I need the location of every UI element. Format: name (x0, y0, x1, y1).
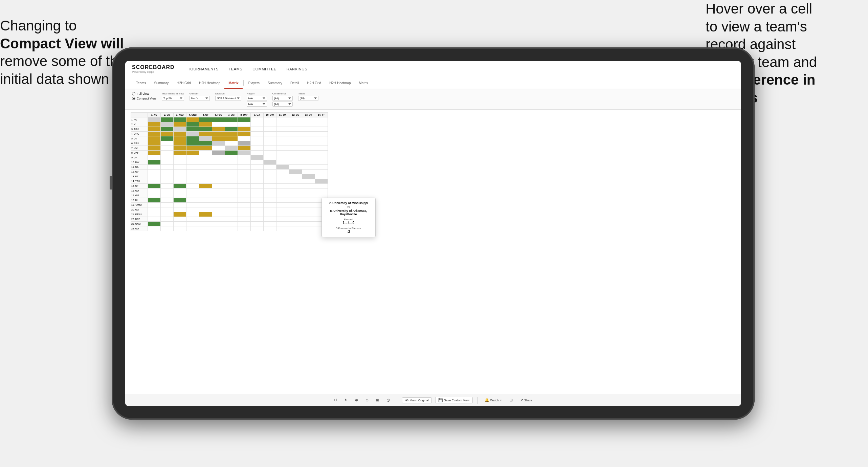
matrix-cell[interactable] (302, 203, 315, 207)
matrix-cell[interactable] (174, 127, 186, 132)
matrix-cell[interactable] (186, 160, 199, 165)
matrix-cell[interactable] (174, 146, 186, 151)
matrix-cell[interactable] (174, 155, 186, 160)
matrix-cell[interactable] (289, 146, 302, 151)
matrix-cell[interactable] (276, 132, 289, 136)
matrix-cell[interactable] (289, 170, 302, 174)
matrix-cell[interactable] (238, 155, 251, 160)
matrix-cell[interactable] (251, 217, 264, 222)
matrix-cell[interactable] (238, 122, 251, 127)
matrix-cell[interactable] (276, 141, 289, 146)
matrix-cell[interactable] (161, 188, 174, 193)
matrix-cell[interactable] (276, 207, 289, 212)
matrix-cell[interactable] (251, 198, 264, 203)
matrix-cell[interactable] (161, 160, 174, 165)
matrix-cell[interactable] (238, 212, 251, 217)
matrix-cell[interactable] (186, 136, 199, 141)
matrix-cell[interactable] (174, 117, 186, 122)
matrix-cell[interactable] (276, 217, 289, 222)
division-select[interactable]: NCAA Division I (215, 96, 241, 101)
matrix-cell[interactable] (276, 165, 289, 170)
matrix-cell[interactable] (251, 203, 264, 207)
matrix-cell[interactable] (212, 165, 225, 170)
matrix-cell[interactable] (199, 132, 212, 136)
matrix-cell[interactable] (225, 132, 238, 136)
matrix-cell[interactable] (186, 170, 199, 174)
matrix-cell[interactable] (238, 217, 251, 222)
matrix-cell[interactable] (251, 212, 264, 217)
matrix-cell[interactable] (251, 146, 264, 151)
share-btn[interactable]: ↗ Share (518, 397, 534, 403)
matrix-cell[interactable] (315, 193, 328, 198)
matrix-cell[interactable] (186, 203, 199, 207)
matrix-cell[interactable] (199, 184, 212, 188)
matrix-cell[interactable] (174, 174, 186, 179)
matrix-cell[interactable] (199, 226, 212, 231)
tab-detail[interactable]: Detail (286, 77, 303, 89)
matrix-cell[interactable] (161, 155, 174, 160)
matrix-cell[interactable] (251, 170, 264, 174)
matrix-cell[interactable] (174, 184, 186, 188)
matrix-cell[interactable] (174, 160, 186, 165)
matrix-cell[interactable] (289, 136, 302, 141)
grid-btn[interactable]: ⊞ (508, 397, 515, 403)
matrix-cell[interactable] (289, 217, 302, 222)
matrix-cell[interactable] (186, 127, 199, 132)
tool4-btn[interactable]: ⊖ (363, 397, 371, 403)
matrix-cell[interactable] (289, 222, 302, 226)
matrix-cell[interactable] (199, 160, 212, 165)
matrix-cell[interactable] (315, 127, 328, 132)
matrix-cell[interactable] (174, 170, 186, 174)
matrix-cell[interactable] (238, 141, 251, 146)
matrix-cell[interactable] (186, 207, 199, 212)
matrix-cell[interactable] (315, 174, 328, 179)
matrix-cell[interactable] (251, 136, 264, 141)
matrix-cell[interactable] (161, 122, 174, 127)
matrix-cell[interactable] (264, 141, 276, 146)
matrix-cell[interactable] (238, 184, 251, 188)
matrix-cell[interactable] (315, 151, 328, 155)
matrix-cell[interactable] (302, 127, 315, 132)
matrix-cell[interactable] (199, 217, 212, 222)
undo-btn[interactable]: ↺ (332, 397, 339, 403)
matrix-cell[interactable] (264, 146, 276, 151)
matrix-cell[interactable] (148, 193, 161, 198)
matrix-cell[interactable] (161, 217, 174, 222)
matrix-cell[interactable] (212, 155, 225, 160)
matrix-cell[interactable] (186, 198, 199, 203)
matrix-cell[interactable] (264, 151, 276, 155)
matrix-cell[interactable] (315, 188, 328, 193)
matrix-cell[interactable] (212, 207, 225, 212)
matrix-cell[interactable] (161, 174, 174, 179)
matrix-cell[interactable] (186, 217, 199, 222)
matrix-cell[interactable] (174, 132, 186, 136)
conference-select1[interactable]: (All) (272, 96, 293, 101)
matrix-cell[interactable] (251, 127, 264, 132)
matrix-cell[interactable] (264, 170, 276, 174)
matrix-cell[interactable] (199, 212, 212, 217)
matrix-cell[interactable] (225, 136, 238, 141)
matrix-cell[interactable] (276, 184, 289, 188)
matrix-cell[interactable] (148, 198, 161, 203)
matrix-cell[interactable] (186, 174, 199, 179)
matrix-cell[interactable] (302, 141, 315, 146)
matrix-cell[interactable] (199, 203, 212, 207)
matrix-cell[interactable] (315, 122, 328, 127)
matrix-cell[interactable] (148, 151, 161, 155)
tab-matrix1[interactable]: Matrix (224, 77, 242, 89)
matrix-cell[interactable] (212, 217, 225, 222)
matrix-cell[interactable] (264, 136, 276, 141)
matrix-cell[interactable] (161, 193, 174, 198)
nav-committee[interactable]: COMMITTEE (252, 67, 276, 71)
region-select1[interactable]: N/A (247, 96, 267, 101)
matrix-cell[interactable] (174, 141, 186, 146)
full-view-option[interactable]: Full View (132, 92, 156, 95)
matrix-cell[interactable] (148, 212, 161, 217)
matrix-cell[interactable] (148, 165, 161, 170)
matrix-cell[interactable] (186, 122, 199, 127)
matrix-cell[interactable] (225, 160, 238, 165)
matrix-cell[interactable] (225, 165, 238, 170)
matrix-cell[interactable] (225, 212, 238, 217)
matrix-cell[interactable] (238, 179, 251, 184)
matrix-cell[interactable] (186, 117, 199, 122)
